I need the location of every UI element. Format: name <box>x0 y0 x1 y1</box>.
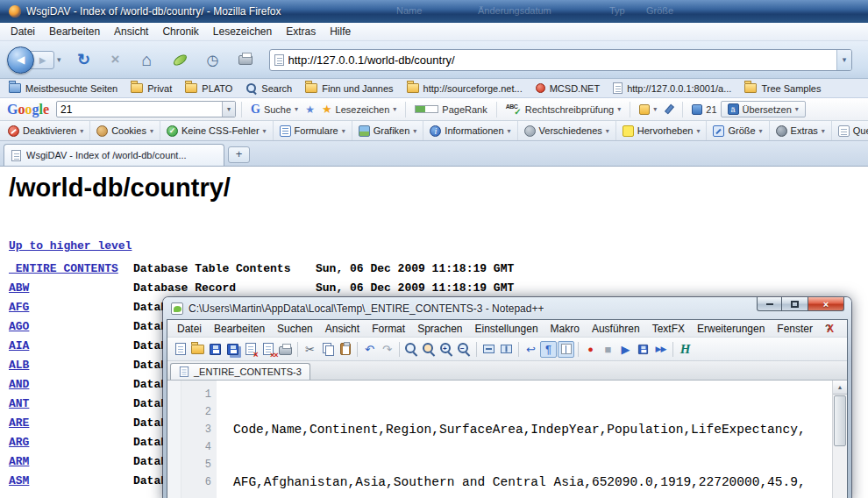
webdev-quelltext[interactable]: Quelltext <box>832 121 868 140</box>
indent-guide-icon[interactable] <box>558 341 574 358</box>
addon-leaf-icon[interactable] <box>171 52 188 67</box>
npp-close-document-x[interactable]: X <box>821 322 840 336</box>
listing-item-link[interactable]: ARG <box>9 436 133 449</box>
bookmark-most-visited[interactable]: Meistbesuchte Seiten <box>9 83 117 94</box>
save-macro-icon[interactable] <box>635 341 651 358</box>
maximize-button[interactable] <box>782 297 808 311</box>
bookmark-localhost-8001[interactable]: http://127.0.0.1:8001/a... <box>613 82 731 94</box>
npp-menu-bearbeiten[interactable]: Bearbeiten <box>208 322 271 336</box>
close-button[interactable]: × <box>808 297 844 311</box>
reload-button[interactable]: ↻ <box>74 50 95 69</box>
menu-datei[interactable]: Datei <box>4 24 42 39</box>
webdev-groesse[interactable]: Größe▾ <box>707 121 769 140</box>
listing-item-link[interactable]: AFG <box>9 301 133 314</box>
find-icon[interactable] <box>403 341 420 358</box>
google-search-button[interactable]: GSuche▾ <box>247 101 302 118</box>
npp-titlebar[interactable]: C:\Users\Martin\AppData\Local\Temp\_ENTI… <box>163 297 851 319</box>
autofill-button[interactable]: ▾ <box>636 103 660 117</box>
npp-menu-suchen[interactable]: Suchen <box>271 322 319 336</box>
new-file-icon[interactable] <box>172 341 189 358</box>
menu-ansicht[interactable]: Ansicht <box>107 24 155 39</box>
npp-menu-textfx[interactable]: TextFX <box>646 322 691 336</box>
up-to-higher-level-link[interactable]: Up to higher level <box>9 239 132 253</box>
translate-button[interactable]: äÜbersetzen▾ <box>721 101 806 117</box>
zoom-in-icon[interactable]: + <box>438 341 455 358</box>
copy-icon[interactable] <box>319 341 336 358</box>
listing-item-link[interactable]: ALB <box>9 359 133 372</box>
history-dropdown-icon[interactable]: ▾ <box>57 55 61 64</box>
listing-item-link[interactable]: AGO <box>9 320 133 333</box>
webdev-cookies[interactable]: Cookies▾ <box>90 121 160 140</box>
editor-text[interactable]: Code,Name,Continent,Region,SurfaceArea,I… <box>228 381 832 498</box>
sync-scroll-horizontal-icon[interactable] <box>498 341 515 358</box>
scroll-up-arrow[interactable]: ▲ <box>833 381 847 395</box>
scrollbar-thumb[interactable] <box>834 395 846 446</box>
npp-menu-fenster[interactable]: Fenster <box>771 322 819 336</box>
listing-item-link[interactable]: ASM <box>9 474 133 487</box>
counter-button[interactable]: 21 <box>688 103 720 117</box>
listing-item-link[interactable]: AND <box>9 378 133 391</box>
listing-item-link[interactable]: ANT <box>9 397 133 410</box>
bookmark-finn-und-jannes[interactable]: Finn und Jannes <box>305 83 393 94</box>
play-macro-icon[interactable]: ▶ <box>617 341 634 358</box>
replace-icon[interactable] <box>421 341 438 358</box>
word-wrap-icon[interactable]: ↩ <box>523 341 539 358</box>
redo-icon[interactable]: ↷ <box>379 341 395 358</box>
npp-document-tab[interactable]: _ENTIRE_CONTENTS-3 <box>170 363 310 380</box>
menu-chronik[interactable]: Chronik <box>155 24 205 39</box>
forward-button[interactable]: ▶ <box>31 51 54 69</box>
listing-item-link[interactable]: ENTIRE CONTENTS <box>9 262 133 275</box>
search-history-dropdown[interactable]: ▾ <box>222 102 235 117</box>
stop-button[interactable]: × <box>105 51 126 68</box>
history-clock-button[interactable]: ◷ <box>203 52 224 68</box>
undo-icon[interactable]: ↶ <box>361 341 378 358</box>
highlighter-button[interactable] <box>660 102 677 117</box>
bookmark-privat[interactable]: Privat <box>131 83 172 94</box>
paste-icon[interactable] <box>337 341 353 358</box>
print-button[interactable] <box>238 55 253 65</box>
listing-item-link[interactable]: ARE <box>9 416 133 430</box>
open-file-icon[interactable] <box>189 341 206 358</box>
webdev-formulare[interactable]: Formulare▾ <box>274 121 352 140</box>
menu-bearbeiten[interactable]: Bearbeiten <box>42 24 107 39</box>
show-all-characters-icon[interactable]: ¶ <box>540 341 557 358</box>
listing-item-link[interactable]: AIA <box>9 339 133 352</box>
npp-menu-ausfuehren[interactable]: Ausführen <box>586 322 646 336</box>
npp-menu-format[interactable]: Format <box>366 322 411 336</box>
webdev-grafiken[interactable]: Grafiken▾ <box>352 121 424 140</box>
npp-menu-erweiterungen[interactable]: Erweiterungen <box>691 322 771 336</box>
url-dropdown-button[interactable]: ▾ <box>836 50 851 70</box>
save-icon[interactable] <box>207 341 224 358</box>
url-bar[interactable]: ▾ <box>269 49 852 71</box>
minimize-button[interactable] <box>757 297 782 311</box>
search-options-button[interactable]: ★ <box>302 102 318 117</box>
bookmark-search[interactable]: Search <box>245 82 292 94</box>
bookmark-plato[interactable]: PLATO <box>185 83 232 94</box>
npp-menu-makro[interactable]: Makro <box>544 322 586 336</box>
menu-lesezeichen[interactable]: Lesezeichen <box>206 24 279 39</box>
webdev-deaktivieren[interactable]: Deaktivieren▾ <box>2 121 90 140</box>
npp-menu-sprachen[interactable]: Sprachen <box>411 322 468 336</box>
firefox-titlebar[interactable]: WsgiDAV - Index of /world-db/country/ - … <box>0 0 868 23</box>
close-all-files-icon[interactable] <box>260 341 276 358</box>
npp-menu-ansicht[interactable]: Ansicht <box>319 322 366 336</box>
tab-wsgidav[interactable]: WsgiDAV - Index of /world-db/count... <box>4 144 224 166</box>
listing-item-link[interactable]: ARM <box>9 455 133 468</box>
webdev-verschiedenes[interactable]: Verschiedenes▾ <box>518 121 616 140</box>
pagerank-indicator[interactable]: PageRank <box>411 103 490 117</box>
sync-scroll-vertical-icon[interactable] <box>480 341 497 358</box>
spellcheck-button[interactable]: ABC✓Rechtschreibprüfung▾ <box>502 102 625 117</box>
cut-icon[interactable]: ✂ <box>302 341 318 358</box>
menu-hilfe[interactable]: Hilfe <box>323 24 358 39</box>
save-all-icon[interactable] <box>224 341 241 358</box>
back-button[interactable]: ◀ <box>7 46 34 74</box>
menu-extras[interactable]: Extras <box>279 24 323 39</box>
view-in-html-icon[interactable]: H <box>677 341 694 358</box>
bookmark-tree-samples[interactable]: Tree Samples <box>744 83 821 94</box>
url-input[interactable] <box>288 53 832 67</box>
webdev-css[interactable]: ✓Keine CSS-Fehler▾ <box>160 121 274 140</box>
webdev-extras[interactable]: Extras▾ <box>770 121 832 140</box>
npp-menu-einstellungen[interactable]: Einstellungen <box>469 322 544 336</box>
bookmark-sourceforge[interactable]: http://sourceforge.net... <box>407 83 523 94</box>
home-button[interactable]: ⌂ <box>137 50 158 70</box>
